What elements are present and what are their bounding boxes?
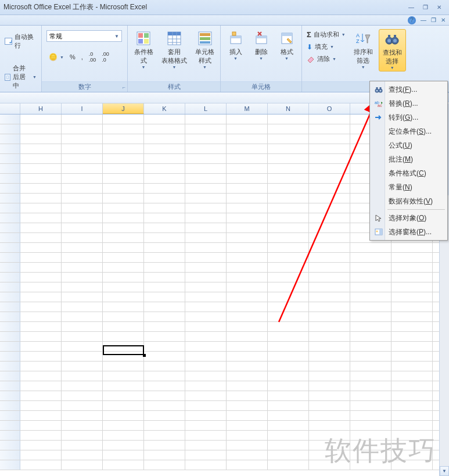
eraser-icon bbox=[307, 56, 315, 63]
wrap-icon: ↲ bbox=[5, 38, 12, 45]
chevron-down-icon: ▼ bbox=[60, 55, 64, 59]
fill-handle[interactable] bbox=[143, 354, 146, 357]
window-restore[interactable]: ❐ bbox=[419, 3, 432, 12]
scroll-down-button[interactable]: ▼ bbox=[440, 466, 449, 476]
delete-icon bbox=[253, 30, 270, 46]
accounting-format-button[interactable]: 🪙▼ bbox=[46, 50, 66, 64]
chevron-down-icon: ▼ bbox=[332, 57, 336, 61]
window-close[interactable]: ✕ bbox=[433, 3, 446, 12]
workbook-close[interactable]: ✕ bbox=[441, 17, 446, 23]
autosum-button[interactable]: Σ 自动求和 ▼ bbox=[304, 29, 348, 40]
wrap-text-button[interactable]: ↲ 自动换行 bbox=[2, 31, 39, 51]
menu-item-label: 选择窗格(P)... bbox=[389, 227, 432, 237]
increase-decimal-button[interactable]: .0.00 bbox=[87, 50, 99, 64]
insert-icon bbox=[228, 30, 244, 46]
chevron-down-icon: ▼ bbox=[173, 65, 177, 69]
menu-item-2[interactable]: 转到(G)... bbox=[371, 110, 446, 124]
svg-text:Z: Z bbox=[356, 38, 360, 44]
menu-item-label: 公式(U) bbox=[389, 141, 412, 151]
sort-filter-label: 排序和 筛选 bbox=[354, 48, 373, 65]
menu-item-label: 替换(R)... bbox=[389, 99, 418, 109]
column-header-H[interactable]: H bbox=[20, 103, 62, 114]
menu-item-11[interactable]: 选择窗格(P)... bbox=[371, 225, 446, 239]
table-format-button[interactable]: 套用 表格格式 ▼ bbox=[158, 29, 191, 70]
format-cells-button[interactable]: 格式 ▼ bbox=[275, 29, 299, 62]
svg-rect-14 bbox=[200, 41, 210, 44]
title-bar: Microsoft Office Excel 工作表 - Microsoft E… bbox=[0, 0, 449, 15]
clear-button[interactable]: 清除 ▼ bbox=[304, 53, 348, 65]
chevron-down-icon: ▼ bbox=[142, 65, 146, 69]
sort-filter-icon: AZ bbox=[355, 30, 371, 46]
menu-item-0[interactable]: 查找(F)... bbox=[371, 83, 446, 96]
find-select-label: 查找和 选择 bbox=[383, 48, 402, 66]
menu-item-7[interactable]: 常量(N) bbox=[371, 180, 446, 194]
merge-label: 合并后居中 bbox=[13, 64, 30, 90]
svg-rect-17 bbox=[232, 32, 236, 35]
svg-rect-2 bbox=[144, 33, 149, 38]
svg-rect-41 bbox=[379, 229, 382, 235]
menu-item-label: 批注(M) bbox=[389, 155, 413, 164]
merge-icon bbox=[5, 74, 10, 81]
menu-item-4[interactable]: 公式(U) bbox=[371, 138, 446, 152]
comma-button[interactable]: , bbox=[79, 50, 85, 64]
menu-item-label: 定位条件(S)... bbox=[389, 127, 432, 137]
fill-icon: ⬇ bbox=[307, 43, 312, 51]
binoculars-icon bbox=[374, 85, 383, 94]
menu-item-5[interactable]: 批注(M) bbox=[371, 152, 446, 166]
window-minimize[interactable]: — bbox=[405, 3, 418, 12]
dec-decimal-icon: .00.0 bbox=[102, 51, 109, 63]
menu-item-3[interactable]: 定位条件(S)... bbox=[371, 124, 446, 138]
chevron-down-icon: ▼ bbox=[259, 56, 263, 60]
svg-rect-36 bbox=[376, 87, 378, 90]
conditional-format-button[interactable]: 条件格式 ▼ bbox=[130, 29, 157, 70]
cell-styles-button[interactable]: 单元格 样式 ▼ bbox=[192, 29, 218, 70]
chevron-down-icon: ▼ bbox=[33, 75, 37, 79]
merge-center-button[interactable]: 合并后居中 ▼ bbox=[2, 63, 39, 91]
help-icon[interactable]: ? bbox=[408, 16, 416, 24]
number-group-label: 数字 bbox=[78, 83, 91, 91]
find-select-menu: 查找(F)...abac替换(R)...转到(G)...定位条件(S)...公式… bbox=[369, 81, 448, 241]
column-header-M[interactable]: M bbox=[227, 103, 268, 114]
replace-icon: abac bbox=[374, 99, 383, 108]
chevron-down-icon: ▼ bbox=[285, 56, 289, 60]
goto-icon bbox=[374, 113, 383, 122]
cells-group-label: 单元格 bbox=[252, 83, 271, 91]
percent-button[interactable]: % bbox=[67, 50, 78, 64]
chevron-down-icon: ▼ bbox=[203, 65, 207, 69]
insert-cells-button[interactable]: 插入 ▼ bbox=[224, 29, 247, 62]
binoculars-icon bbox=[384, 31, 400, 47]
chevron-down-icon: ▼ bbox=[342, 33, 346, 37]
menu-item-6[interactable]: 条件格式(C) bbox=[371, 166, 446, 180]
delete-cells-button[interactable]: 删除 ▼ bbox=[250, 29, 273, 62]
number-launcher[interactable]: ⌐ bbox=[123, 84, 125, 90]
table-format-icon bbox=[166, 30, 182, 46]
column-header-J[interactable]: J bbox=[103, 103, 144, 114]
svg-text:A: A bbox=[356, 33, 360, 38]
svg-rect-6 bbox=[168, 32, 181, 35]
decrease-decimal-button[interactable]: .00.0 bbox=[99, 50, 112, 64]
column-header-N[interactable]: N bbox=[268, 103, 309, 114]
menu-item-label: 转到(G)... bbox=[389, 113, 418, 123]
menu-item-1[interactable]: abac替换(R)... bbox=[371, 96, 446, 110]
column-header-O[interactable]: O bbox=[309, 103, 350, 114]
svg-point-34 bbox=[376, 90, 378, 92]
workbook-minimize[interactable]: — bbox=[421, 17, 426, 23]
find-select-button[interactable]: 查找和 选择 ▼ bbox=[379, 29, 406, 71]
column-header-L[interactable]: L bbox=[185, 103, 227, 114]
menu-item-8[interactable]: 数据有效性(V) bbox=[371, 194, 446, 208]
chevron-down-icon: ▼ bbox=[390, 66, 394, 70]
fill-button[interactable]: ⬇ 填充 ▼ bbox=[304, 41, 348, 52]
svg-rect-37 bbox=[380, 87, 382, 90]
svg-point-42 bbox=[376, 231, 378, 232]
column-header-I[interactable]: I bbox=[62, 103, 103, 114]
sort-filter-button[interactable]: AZ 排序和 筛选 ▼ bbox=[350, 29, 376, 70]
active-cell-outline bbox=[103, 345, 144, 355]
column-header-K[interactable]: K bbox=[144, 103, 185, 114]
menu-item-10[interactable]: 选择对象(O) bbox=[371, 211, 446, 225]
format-icon bbox=[279, 30, 295, 46]
svg-rect-16 bbox=[231, 36, 241, 38]
number-format-combo[interactable]: 常规 ▼ bbox=[46, 30, 122, 42]
currency-icon: 🪙 bbox=[49, 53, 58, 61]
workbook-restore[interactable]: ❐ bbox=[431, 17, 436, 23]
comma-icon: , bbox=[81, 53, 83, 60]
